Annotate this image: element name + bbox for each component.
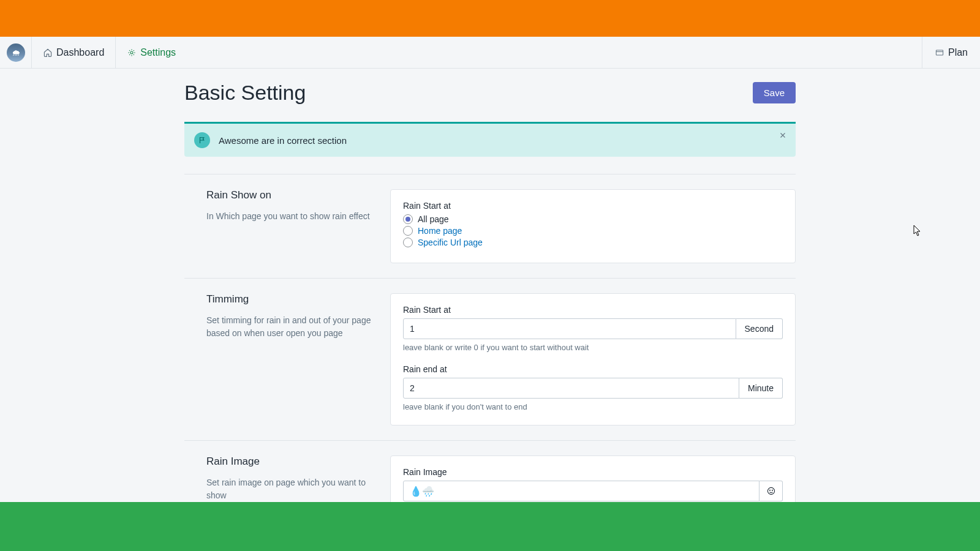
radio-specific-url[interactable]: [403, 238, 413, 247]
nav-dashboard-label: Dashboard: [56, 47, 104, 58]
home-icon: [43, 48, 53, 58]
flag-icon: [194, 132, 210, 148]
timing-start-input[interactable]: [403, 318, 736, 339]
nav-plan-label: Plan: [948, 47, 968, 58]
brand-logo-icon: 🌧: [7, 43, 25, 62]
svg-point-4: [772, 490, 772, 490]
rain-show-title: Rain Show on: [206, 189, 372, 201]
rain-image-card: Rain Image 💧🌧️ leave blank if you want t…: [390, 455, 796, 502]
radio-home-page-label[interactable]: Home page: [418, 226, 462, 236]
nav-settings[interactable]: Settings: [116, 37, 187, 68]
page-title: Basic Setting: [184, 81, 306, 105]
rain-show-card: Rain Start at All page Home page Specifi…: [390, 189, 796, 263]
nav-dashboard[interactable]: Dashboard: [32, 37, 116, 68]
timing-start-suffix: Second: [736, 318, 783, 339]
top-accent-bar: [0, 0, 980, 37]
close-icon: [778, 131, 787, 140]
rain-image-desc: Set rain image on page which you want to…: [206, 476, 372, 502]
save-button[interactable]: Save: [753, 82, 796, 103]
svg-point-2: [767, 487, 774, 494]
rain-image-value: 💧🌧️: [410, 485, 434, 497]
gear-icon: [127, 48, 137, 58]
timing-start-help: leave blank or write 0 if you want to st…: [403, 343, 783, 352]
emoji-picker-button[interactable]: [760, 481, 783, 501]
banner-text: Awesome are in correct section: [219, 135, 347, 146]
timing-desc: Set timming for rain in and out of your …: [206, 314, 372, 340]
radio-specific-url-label[interactable]: Specific Url page: [418, 238, 483, 247]
brand-logo-container[interactable]: 🌧: [0, 37, 32, 68]
nav-settings-label: Settings: [140, 47, 176, 58]
nav-plan[interactable]: Plan: [922, 37, 980, 68]
timing-end-label: Rain end at: [403, 364, 783, 374]
page-scroll: Basic Setting Save Awesome are in correc…: [0, 69, 980, 502]
timing-start-label: Rain Start at: [403, 305, 783, 315]
smiley-icon: [766, 486, 776, 496]
top-nav: 🌧 Dashboard Settings Plan: [0, 37, 980, 69]
timing-card: Rain Start at Second leave blank or writ…: [390, 293, 796, 425]
rain-image-input[interactable]: 💧🌧️: [403, 481, 760, 501]
timing-end-help: leave blank if you don't want to end: [403, 402, 783, 411]
timing-end-input[interactable]: [403, 378, 739, 399]
rain-image-title: Rain Image: [206, 455, 372, 468]
radio-home-page[interactable]: [403, 226, 413, 236]
svg-rect-1: [936, 50, 943, 55]
timing-end-suffix: Minute: [739, 378, 783, 399]
timing-title: Timmimg: [206, 293, 372, 305]
banner-close-button[interactable]: [778, 130, 787, 143]
svg-point-0: [130, 51, 133, 54]
radio-all-page[interactable]: [403, 214, 413, 224]
info-banner: Awesome are in correct section: [184, 122, 796, 157]
radio-all-page-label: All page: [418, 214, 449, 224]
bottom-accent-bar: [0, 502, 980, 551]
rain-image-label: Rain Image: [403, 467, 783, 477]
rain-show-desc: In Which page you want to show rain effe…: [206, 210, 372, 223]
svg-point-3: [769, 490, 770, 490]
card-icon: [935, 48, 944, 58]
rain-start-at-label: Rain Start at: [403, 201, 783, 211]
